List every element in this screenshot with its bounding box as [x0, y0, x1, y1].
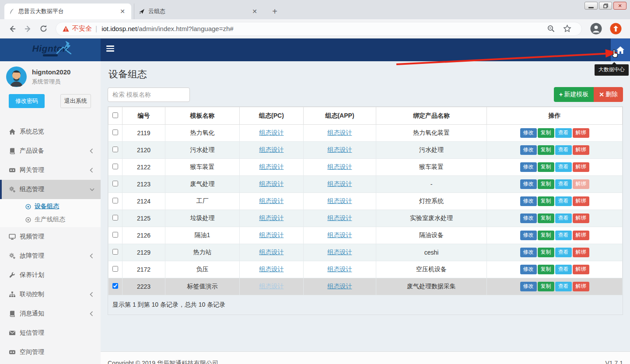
view-button[interactable]: 查看: [555, 282, 572, 291]
app-config-link[interactable]: 组态设计: [328, 231, 352, 238]
row-checkbox[interactable]: [112, 266, 118, 272]
unbind-button[interactable]: 解绑: [573, 282, 589, 291]
back-icon[interactable]: [8, 24, 17, 33]
app-logo[interactable]: Hignton: [0, 38, 101, 61]
modify-button[interactable]: 修改: [520, 162, 537, 172]
view-button[interactable]: 查看: [555, 162, 572, 172]
row-checkbox[interactable]: [112, 147, 118, 152]
sidebar-item-message-notify[interactable]: 消息通知: [0, 304, 101, 323]
view-button[interactable]: 查看: [555, 231, 572, 240]
app-config-link[interactable]: 组态设计: [328, 146, 352, 153]
sidebar-item-sms-management[interactable]: 短信管理: [0, 323, 101, 343]
view-button[interactable]: 查看: [555, 128, 572, 137]
app-config-link[interactable]: 组态设计: [328, 180, 352, 187]
restore-button[interactable]: [599, 2, 612, 10]
tab-close-icon[interactable]: ✕: [250, 7, 259, 16]
hamburger-menu-icon[interactable]: [106, 46, 114, 53]
unbind-button[interactable]: 解绑: [573, 248, 589, 257]
app-config-link[interactable]: 组态设计: [328, 214, 352, 221]
modify-button[interactable]: 修改: [520, 265, 537, 274]
unbind-button[interactable]: 解绑: [573, 179, 589, 189]
unbind-button[interactable]: 解绑: [573, 145, 589, 154]
copy-button[interactable]: 复制: [538, 248, 554, 257]
sidebar-subitem-line-scada[interactable]: 生产线组态: [0, 213, 101, 226]
pc-config-link[interactable]: 组态设计: [259, 266, 284, 273]
pc-config-link[interactable]: 组态设计: [259, 163, 284, 170]
search-input[interactable]: [108, 88, 190, 102]
sidebar-subitem-device-scada[interactable]: 设备组态: [0, 200, 101, 213]
modify-button[interactable]: 修改: [520, 214, 537, 223]
sidebar-item-maintenance-plan[interactable]: 保养计划: [0, 266, 101, 285]
copy-button[interactable]: 复制: [538, 265, 554, 274]
pc-config-link[interactable]: 组态设计: [259, 146, 284, 153]
sidebar-item-linkage-control[interactable]: 联动控制: [0, 285, 101, 304]
sidebar-item-gateway-management[interactable]: 网关管理: [0, 161, 101, 180]
modify-button[interactable]: 修改: [520, 145, 537, 154]
app-config-link[interactable]: 组态设计: [328, 163, 352, 170]
logout-button[interactable]: 退出系统: [60, 94, 91, 108]
view-button[interactable]: 查看: [555, 265, 572, 274]
view-button[interactable]: 查看: [555, 196, 572, 206]
modify-button[interactable]: 修改: [520, 179, 537, 189]
bookmark-star-icon[interactable]: [563, 24, 571, 33]
change-password-button[interactable]: 修改密码: [9, 94, 45, 108]
view-button[interactable]: 查看: [555, 214, 572, 223]
copy-button[interactable]: 复制: [538, 128, 554, 137]
copy-button[interactable]: 复制: [538, 179, 554, 189]
modify-button[interactable]: 修改: [520, 282, 537, 291]
pc-config-link[interactable]: 组态设计: [259, 129, 284, 136]
minimize-button[interactable]: [584, 2, 598, 10]
sidebar-item-space-management[interactable]: 空间管理: [0, 343, 101, 362]
view-button[interactable]: 查看: [555, 179, 572, 189]
unbind-button[interactable]: 解绑: [573, 196, 589, 206]
copy-button[interactable]: 复制: [538, 145, 554, 154]
home-button[interactable]: [611, 38, 630, 61]
app-config-link[interactable]: 组态设计: [328, 283, 352, 290]
browser-tab-platform[interactable]: 思普云大数据平台 ✕: [4, 4, 131, 19]
sidebar-item-fault-management[interactable]: 故障管理: [0, 246, 101, 266]
pc-config-link[interactable]: 组态设计: [259, 231, 284, 238]
row-checkbox[interactable]: [112, 164, 118, 169]
address-bar[interactable]: 不安全 | iot.idosp.net /admin/index.html?la…: [56, 22, 582, 36]
new-tab-button[interactable]: +: [269, 5, 281, 18]
pc-config-link[interactable]: 组态设计: [259, 180, 284, 187]
row-checkbox[interactable]: [112, 181, 118, 186]
sidebar-item-system-overview[interactable]: 系统总览: [0, 122, 101, 141]
close-button[interactable]: ✕: [613, 2, 626, 10]
row-checkbox[interactable]: [112, 215, 118, 220]
row-checkbox[interactable]: [112, 130, 118, 135]
select-all-checkbox[interactable]: [112, 112, 118, 118]
copy-button[interactable]: 复制: [538, 162, 554, 172]
row-checkbox[interactable]: [112, 198, 118, 203]
modify-button[interactable]: 修改: [520, 248, 537, 257]
browser-tab-scada[interactable]: 云组态 ✕: [134, 4, 263, 19]
modify-button[interactable]: 修改: [520, 128, 537, 137]
zoom-icon[interactable]: [547, 24, 555, 33]
unbind-button[interactable]: 解绑: [573, 265, 589, 274]
unbind-button[interactable]: 解绑: [573, 231, 589, 240]
sidebar-item-product-device[interactable]: 产品设备: [0, 141, 101, 161]
pc-config-link[interactable]: 组态设计: [259, 248, 284, 256]
pc-config-link[interactable]: 组态设计: [259, 283, 284, 290]
row-checkbox[interactable]: [112, 249, 118, 255]
modify-button[interactable]: 修改: [520, 196, 537, 206]
forward-icon[interactable]: [24, 24, 32, 33]
profile-avatar-icon[interactable]: [590, 23, 602, 35]
new-template-button[interactable]: +新建模板: [554, 87, 594, 102]
pc-config-link[interactable]: 组态设计: [259, 197, 284, 204]
app-config-link[interactable]: 组态设计: [328, 266, 352, 273]
tab-close-icon[interactable]: ✕: [118, 7, 127, 16]
sidebar-item-video-management[interactable]: 视频管理: [0, 227, 101, 246]
app-config-link[interactable]: 组态设计: [328, 248, 352, 256]
row-checkbox[interactable]: [112, 283, 118, 289]
copy-button[interactable]: 复制: [538, 231, 554, 240]
copy-button[interactable]: 复制: [538, 196, 554, 206]
unbind-button[interactable]: 解绑: [573, 214, 589, 223]
browser-update-icon[interactable]: [610, 23, 622, 35]
copy-button[interactable]: 复制: [538, 214, 554, 223]
app-config-link[interactable]: 组态设计: [328, 197, 352, 204]
sidebar-item-scada-management[interactable]: 组态管理: [0, 180, 101, 199]
reload-icon[interactable]: [39, 24, 48, 33]
copy-button[interactable]: 复制: [538, 282, 554, 291]
unbind-button[interactable]: 解绑: [573, 128, 589, 137]
